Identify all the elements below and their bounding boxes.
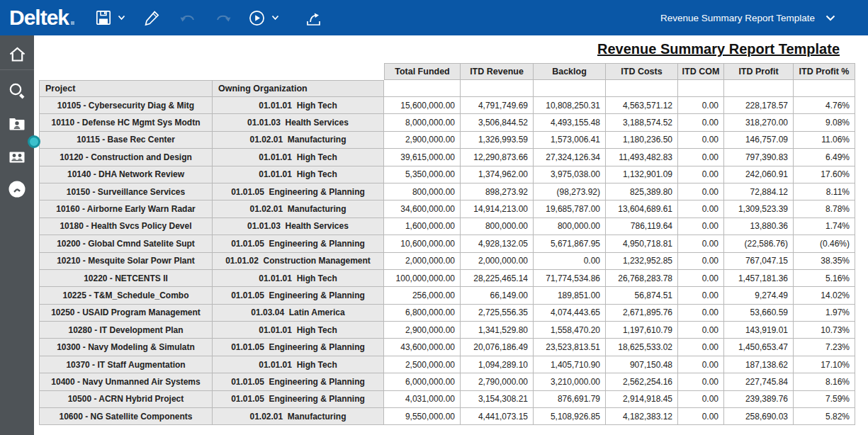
template-selector[interactable]: Revenue Summary Report Template (660, 13, 835, 23)
panel-drag-handle[interactable] (28, 135, 40, 148)
owning-organization-cell: 01.01.02 Construction Management (213, 253, 384, 270)
run-button[interactable] (249, 10, 279, 26)
itd-profit-pct-cell: 4.76% (794, 97, 855, 114)
table-row[interactable]: 10105 - Cybersecurity Diag & Mitg 01.01.… (39, 97, 855, 114)
itd-profit-pct-cell: 8.16% (794, 373, 855, 390)
itd-com-cell: 0.00 (678, 270, 724, 287)
itd-revenue-cell: 20,076,186.49 (461, 339, 534, 356)
itd-revenue-cell: 800,000.00 (461, 218, 534, 235)
total-funded-cell: 2,900,000.00 (384, 132, 461, 149)
table-row[interactable]: 10300 - Navy Modeling & Simulatn 01.01.0… (39, 339, 855, 356)
table-body: 10105 - Cybersecurity Diag & Mitg 01.01.… (39, 97, 855, 425)
owning-organization-cell: 01.01.05 Engineering & Planning (213, 391, 384, 408)
itd-profit-pct-cell: 17.10% (794, 356, 855, 373)
backlog-cell: 3,975,038.00 (534, 166, 606, 183)
project-cell: 10105 - Cybersecurity Diag & Mitg (39, 97, 213, 114)
backlog-cell: 3,210,000.00 (534, 373, 606, 390)
deltek-logo: Deltek (9, 6, 74, 30)
table-row[interactable]: 10150 - Surveillance Services 01.01.05 E… (39, 183, 855, 200)
table-row[interactable]: 10500 - ACRN Hybrid Project 01.01.05 Eng… (39, 391, 855, 408)
itd-profit-pct-cell: 7.23% (794, 339, 855, 356)
table-row[interactable]: 10400 - Navy Unmanned Air Systems 01.01.… (39, 373, 855, 390)
itd-com-cell: 0.00 (678, 218, 724, 235)
sidebar-item-home[interactable] (0, 40, 34, 69)
total-funded-cell: 10,600,000.00 (384, 235, 461, 252)
owning-organization-cell: 01.02.01 Manufacturing (213, 132, 384, 149)
total-funded-cell: 43,600,000.00 (384, 339, 461, 356)
itd-profit-pct-cell: 10.73% (794, 322, 855, 339)
backlog-cell: 800,000.00 (534, 218, 606, 235)
owning-organization-cell: 01.03.04 Latin America (213, 305, 384, 322)
itd-profit-cell: 13,880.36 (724, 218, 794, 235)
col-header-project: Project (39, 80, 213, 97)
total-funded-cell: 34,600,000.00 (384, 200, 461, 218)
itd-profit-cell: (22,586.76) (724, 235, 794, 252)
owning-organization-cell: 01.01.05 Engineering & Planning (213, 235, 384, 252)
backlog-cell: 1,558,470.20 (534, 322, 606, 339)
itd-costs-cell: 907,150.48 (606, 356, 678, 373)
table-row[interactable]: 10115 - Base Rec Center 01.02.01 Manufac… (39, 132, 855, 149)
label-header-row: Project Owning Organization (39, 80, 855, 97)
save-icon (96, 10, 111, 26)
sidebar-item-recent[interactable] (0, 174, 34, 204)
itd-profit-pct-cell: 11.06% (794, 132, 855, 149)
redo-button[interactable] (215, 10, 232, 26)
total-funded-cell: 5,350,000.00 (384, 166, 461, 183)
table-row[interactable]: 10225 - T&M_Schedule_Combo 01.01.05 Engi… (39, 287, 855, 304)
table-row[interactable]: 10200 - Global Cmnd Satelite Supt 01.01.… (39, 235, 855, 252)
sidebar-item-search[interactable] (0, 76, 34, 106)
table-row[interactable]: 10210 - Mesquite Solar Powr Plant 01.01.… (39, 253, 855, 270)
table-row[interactable]: 10600 - NG Satellite Components 01.02.01… (39, 408, 855, 425)
project-cell: 10110 - Defense HC Mgmt Sys Modtn (39, 114, 213, 131)
itd-costs-cell: 1,132,901.09 (606, 166, 678, 183)
chevron-down-icon (825, 15, 835, 21)
table-row[interactable]: 10110 - Defense HC Mgmt Sys Modtn 01.01.… (39, 114, 855, 131)
report-table: Total Funded ITD Revenue Backlog ITD Cos… (39, 63, 855, 425)
project-cell: 10120 - Construction and Design (39, 149, 213, 166)
run-dropdown-chevron (271, 15, 279, 21)
project-cell: 10250 - USAID Program Management (39, 305, 213, 322)
itd-profit-cell: 1,457,181.36 (724, 270, 794, 287)
table-row[interactable]: 10250 - USAID Program Management 01.03.0… (39, 305, 855, 322)
owning-organization-cell: 01.01.01 High Tech (213, 356, 384, 373)
owning-organization-cell: 01.01.01 High Tech (213, 97, 384, 114)
edit-button[interactable] (144, 9, 161, 26)
itd-com-cell: 0.00 (678, 339, 724, 356)
table-row[interactable]: 10180 - Health Svcs Policy Devel 01.01.0… (39, 218, 855, 235)
itd-costs-cell: 4,182,383.12 (606, 408, 678, 425)
itd-revenue-cell: 2,000,000.00 (461, 253, 534, 270)
itd-com-cell: 0.00 (678, 132, 724, 149)
table-row[interactable]: 10220 - NETCENTS II 01.01.01 High Tech 1… (39, 270, 855, 287)
itd-costs-cell: 18,625,533.02 (606, 339, 678, 356)
undo-icon (179, 10, 196, 26)
table-row[interactable]: 10370 - IT Staff Augmentation 01.01.01 H… (39, 356, 855, 373)
backlog-cell: 1,573,006.41 (534, 132, 606, 149)
save-button[interactable] (96, 10, 125, 26)
redo-icon (215, 10, 232, 26)
undo-button[interactable] (179, 10, 196, 26)
table-row[interactable]: 10140 - DHA Network Review 01.01.01 High… (39, 166, 855, 183)
employee-card-icon (8, 115, 26, 132)
export-button[interactable] (305, 10, 321, 26)
itd-profit-cell: 146,757.09 (724, 132, 794, 149)
owning-organization-cell: 01.01.01 High Tech (213, 322, 384, 339)
itd-costs-cell: 1,197,610.79 (606, 322, 678, 339)
sidebar-item-employee[interactable] (0, 109, 34, 139)
total-funded-cell: 2,900,000.00 (384, 322, 461, 339)
people-card-icon (8, 148, 26, 165)
run-play-icon (249, 10, 265, 26)
total-funded-cell: 15,600,000.00 (384, 97, 461, 114)
table-row[interactable]: 10160 - Airborne Early Warn Radar 01.02.… (39, 200, 855, 218)
table-row[interactable]: 10280 - IT Development Plan 01.01.01 Hig… (39, 322, 855, 339)
edit-pencil-icon (144, 9, 161, 26)
backlog-cell: 4,493,155.48 (534, 114, 606, 131)
itd-costs-cell: 13,604,689.61 (606, 200, 678, 218)
itd-profit-cell: 258,690.03 (724, 408, 794, 425)
col-header-itd-com: ITD COM (678, 63, 724, 80)
owning-organization-cell: 01.01.01 High Tech (213, 270, 384, 287)
itd-com-cell: 0.00 (678, 183, 724, 200)
itd-revenue-cell: 28,225,465.14 (461, 270, 534, 287)
itd-costs-cell: 2,914,918.45 (606, 391, 678, 408)
numeric-header-row: Total Funded ITD Revenue Backlog ITD Cos… (39, 63, 855, 80)
table-row[interactable]: 10120 - Construction and Design 01.01.01… (39, 149, 855, 166)
